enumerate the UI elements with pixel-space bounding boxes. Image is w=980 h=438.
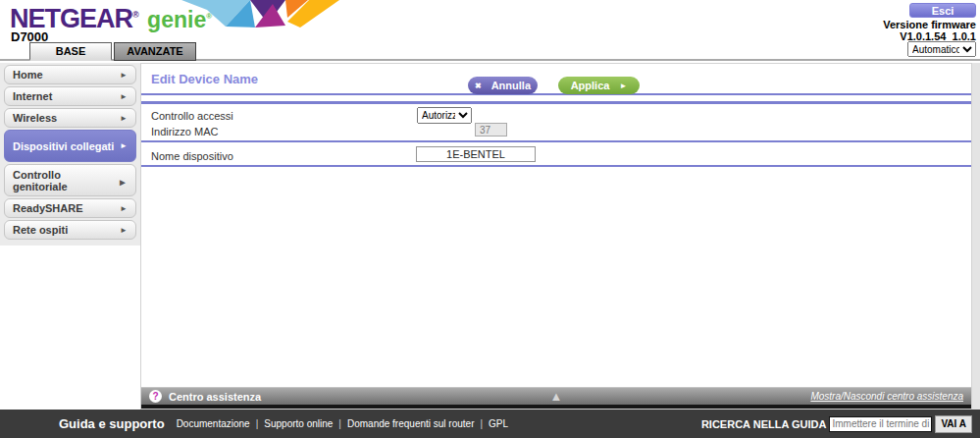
arrow-right-icon: ► xyxy=(120,114,128,123)
sidebar-item-dispositivi-collegati[interactable]: Dispositivi collegati ► xyxy=(4,130,136,162)
footer-link-supporto-online[interactable]: Supporto online xyxy=(264,418,347,429)
content-panel: Edit Device Name ✖ Annulla Applica ► Con… xyxy=(140,63,972,410)
router-admin-page: NETGEAR® genie® D7000 Esci Versione firm… xyxy=(0,0,980,438)
sidebar-item-label: Wireless xyxy=(13,112,57,124)
guide-search-go-button[interactable]: VAI A xyxy=(935,415,972,433)
help-center-title: Centro assistenza xyxy=(169,391,261,403)
arrow-right-icon: ► xyxy=(120,226,128,235)
sidebar-item-label: Internet xyxy=(13,90,52,102)
footer-link-gpl[interactable]: GPL xyxy=(489,418,508,429)
firmware-info: Versione firmware V1.0.1.54_1.0.1 xyxy=(883,19,976,42)
sidebar: Home ► Internet ► Wireless ► Dispositivi… xyxy=(0,63,140,410)
mac-address-field xyxy=(475,123,507,137)
sidebar-item-label: Rete ospiti xyxy=(13,224,68,236)
logout-button[interactable]: Esci xyxy=(909,3,976,18)
tab-avanzate[interactable]: AVANZATE xyxy=(114,42,196,61)
apply-button[interactable]: Applica ► xyxy=(558,77,640,94)
header: NETGEAR® genie® D7000 Esci Versione firm… xyxy=(0,0,980,61)
sidebar-item-label: Controllo genitoriale xyxy=(13,169,118,192)
sidebar-item-label: ReadySHARE xyxy=(13,202,83,214)
registered-mark: ® xyxy=(132,10,138,20)
help-toggle-link[interactable]: Mostra/Nascondi centro assistenza xyxy=(810,391,963,402)
guide-search-input[interactable] xyxy=(829,416,932,432)
arrow-right-icon: ► xyxy=(120,92,128,101)
sidebar-item-readyshare[interactable]: ReadySHARE ► xyxy=(4,198,136,218)
sidebar-item-rete-ospiti[interactable]: Rete ospiti ► xyxy=(4,220,136,240)
brand-ribbon-graphic xyxy=(181,0,343,27)
divider xyxy=(141,93,971,95)
body: Home ► Internet ► Wireless ► Dispositivi… xyxy=(0,63,980,410)
sidebar-item-internet[interactable]: Internet ► xyxy=(4,86,136,106)
device-name-label: Nome dispositivo xyxy=(151,150,233,162)
cancel-button[interactable]: ✖ Annulla xyxy=(468,77,538,94)
sidebar-item-label: Dispositivi collegati xyxy=(13,140,114,152)
sidebar-item-wireless[interactable]: Wireless ► xyxy=(4,108,136,128)
sidebar-nav: Home ► Internet ► Wireless ► Dispositivi… xyxy=(0,63,140,246)
device-name-field[interactable] xyxy=(416,146,536,162)
footer-links: Documentazione Supporto online Domande f… xyxy=(177,418,508,429)
cancel-button-label: Annulla xyxy=(491,80,531,91)
arrow-right-icon: ► xyxy=(619,82,627,90)
firmware-label: Versione firmware xyxy=(883,19,976,30)
arrow-right-icon: ► xyxy=(120,71,128,80)
footer-link-domande-frequenti[interactable]: Domande frequenti sul router xyxy=(347,418,489,429)
tab-base[interactable]: BASE xyxy=(29,42,112,61)
access-control-label: Controllo accessi xyxy=(151,110,233,122)
sidebar-item-label: Home xyxy=(13,69,43,81)
sidebar-item-controllo-genitoriale[interactable]: Controllo genitoriale ► xyxy=(4,164,136,196)
sidebar-item-home[interactable]: Home ► xyxy=(4,65,136,84)
footer-link-documentazione[interactable]: Documentazione xyxy=(177,418,265,429)
page-title: Edit Device Name xyxy=(151,72,258,86)
collapse-arrow-icon[interactable]: ▲ xyxy=(550,392,563,402)
language-select[interactable]: Automatico xyxy=(907,41,976,57)
support-title: Guida e supporto xyxy=(59,416,165,431)
divider xyxy=(141,101,971,104)
guide-search-label: RICERCA NELLA GUIDA xyxy=(701,418,827,430)
close-icon: ✖ xyxy=(475,82,482,90)
arrow-right-icon: ► xyxy=(120,204,128,213)
apply-button-label: Applica xyxy=(571,80,610,91)
access-control-select[interactable]: Autorizza xyxy=(417,107,472,124)
divider xyxy=(141,165,971,167)
mac-address-label: Indirizzo MAC xyxy=(151,126,218,137)
footer: Guida e supporto Documentazione Supporto… xyxy=(0,410,980,438)
help-center-bar: ? Centro assistenza ▲ Mostra/Nascondi ce… xyxy=(141,387,971,409)
help-icon: ? xyxy=(149,390,162,403)
divider xyxy=(141,140,971,142)
arrow-right-icon: ► xyxy=(120,141,128,150)
arrow-right-icon: ► xyxy=(118,177,128,188)
